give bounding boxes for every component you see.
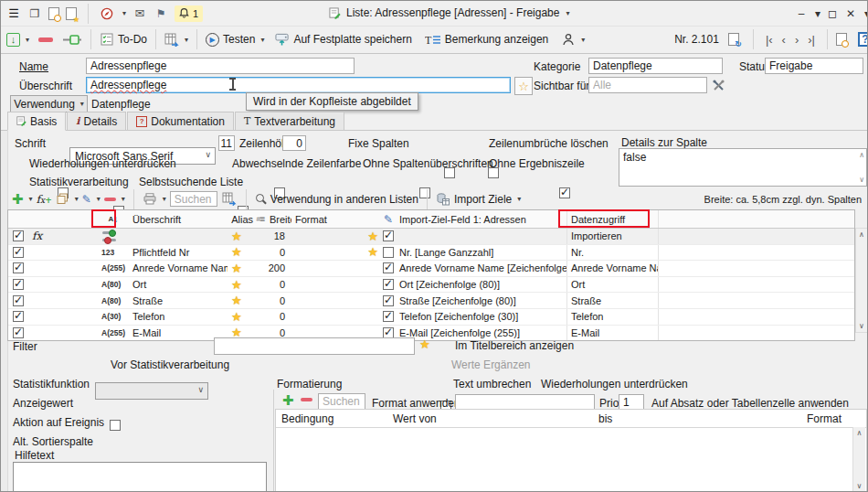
tab-dokumentation[interactable]: ? Dokumentation [127,112,234,130]
details-scroll-up-icon[interactable]: ∧ [859,151,864,159]
schrift-size-input[interactable]: 11 [218,135,235,151]
name-input[interactable] [86,58,355,74]
tab-basis[interactable]: Basis [7,112,66,131]
hamburger-menu-icon[interactable]: ☰ [6,6,21,21]
table-view-button[interactable]: ▾ [164,32,188,47]
sort-order-icon[interactable]: A↓ [109,214,119,224]
nav-next-button[interactable]: › [795,33,799,47]
add-column-dropdown-icon[interactable]: ▾ [29,195,33,203]
zeilenhoehe-input[interactable]: 0 [282,135,306,151]
recent-documents-icon[interactable] [48,7,59,20]
alias-star-icon[interactable] [231,262,242,274]
alias-star-icon[interactable] [231,246,242,258]
copy-dropdown-icon[interactable]: ▾ [75,195,79,203]
tools-icon[interactable] [711,78,725,92]
table-row[interactable]: A(255) E-Mail 0 E-Mail [Zeichenfolge (25… [8,326,854,341]
restore-button[interactable]: ◻ [823,7,842,20]
row-checkbox[interactable] [13,247,24,258]
delete-column-button[interactable] [104,198,116,201]
row-checkbox[interactable] [13,262,24,273]
col-header-breite[interactable]: Breite [266,210,291,228]
tab-details[interactable]: i Details [67,112,126,130]
import-ziele-button[interactable]: Import Ziele [454,193,512,206]
edit-dropdown-icon[interactable]: ▾ [97,195,101,203]
notification-bell[interactable]: 1 [175,5,203,22]
condition-search-input[interactable] [318,393,365,410]
favorites-icon[interactable] [66,7,77,20]
col-header-format[interactable]: Format [291,210,365,228]
nav-first-button[interactable]: |‹ [766,33,773,47]
col-header-datenzugriff[interactable]: Datenzugriff [567,210,659,228]
format-star-icon[interactable] [367,246,378,258]
table-row[interactable]: A(30) Telefon 0 Telefon [Zeichenfolge (3… [8,309,854,326]
status-input[interactable] [765,58,863,74]
remove-button[interactable] [38,37,53,42]
delete-dropdown-icon[interactable]: ▾ [122,195,125,203]
connector-button[interactable] [62,32,82,47]
table-row[interactable]: A(80) Straße 0 Straße [Zeichenfolge (80)… [8,293,854,309]
mail-icon[interactable]: ✉ [132,6,147,21]
remove-condition-button[interactable] [301,398,312,401]
ueberschrift-input[interactable]: Adressenpflege [86,77,511,93]
minimize-button[interactable]: – [792,7,810,20]
add-column-button[interactable]: ✚ [12,191,24,208]
grid-search-input[interactable] [170,191,217,207]
scroll-up-icon[interactable]: ∧ [859,230,864,239]
help-button[interactable]: ? [858,32,868,47]
flag-icon[interactable]: ⚑ [153,6,168,21]
col-header-ueberschrift[interactable]: Überschrift [129,210,228,228]
copy-icon[interactable] [56,192,69,207]
compass-dropdown-icon[interactable]: ▾ [122,9,126,17]
filter-dropdown[interactable] [95,382,208,400]
table-row-fx[interactable]: fx 18 Importieren [8,229,854,245]
alias-star-icon[interactable] [231,279,242,291]
filter-input[interactable] [214,337,415,355]
add-condition-button[interactable]: ✚ [282,392,294,409]
testen-button[interactable]: ▶ Testen ▾ [206,33,264,47]
import-checkbox[interactable] [383,247,394,258]
todo-button[interactable]: To-Do [100,32,147,47]
scroll-down-icon[interactable]: ∨ [859,322,864,330]
col-header-import-feld[interactable]: Import-Ziel-Feld 1: Adressen [396,210,567,228]
ueberschrift-star-button[interactable] [514,77,533,95]
row-checkbox[interactable] [13,230,24,241]
nav-prev-button[interactable]: ‹ [782,33,786,47]
row-checkbox[interactable] [13,279,24,290]
cond-scroll-up-icon[interactable]: ∧ [857,429,863,437]
details-scroll-down-icon[interactable]: ∨ [859,176,864,184]
bemerkung-button[interactable]: T Bemerkung anzeigen [425,32,548,47]
col-header-alias[interactable]: Alias [228,210,255,228]
import-checkbox[interactable] [383,279,394,290]
import-checkbox[interactable] [383,295,394,306]
table-scrollbar[interactable]: ∧ ∨ [855,228,868,333]
close-button[interactable]: ✕ [842,7,860,20]
tab-textverarbeitung[interactable]: T Textverarbeitung [235,112,344,130]
compass-icon[interactable] [100,6,114,21]
condition-scrollbar[interactable]: ∧ ∨ [852,427,865,492]
format-star-icon[interactable] [367,230,378,242]
vor-statistik-checkbox[interactable] [110,420,121,431]
row-checkbox[interactable] [13,311,24,322]
alias-star-icon[interactable] [231,294,242,306]
save-to-disk-button[interactable]: Auf Festplatte speichern [275,32,411,47]
row-checkbox[interactable] [13,295,24,306]
title-dropdown-icon[interactable]: ▾ [566,9,569,17]
printer-dropdown-icon[interactable]: ▾ [163,195,166,203]
table-row[interactable]: 123 Pflichtfeld Nr 0 Nr. [Lange Ganzzahl… [8,245,854,262]
details-spalte-textarea[interactable]: false ∧ ∨ [619,148,867,187]
table-row[interactable]: A(255) Anrede Vorname Name 200 Anrede Vo… [8,261,854,277]
verwendung-listen-button[interactable]: Verwendung in anderen Listen [270,193,418,206]
alias-star-icon[interactable] [231,230,242,242]
row-checkbox[interactable] [13,327,24,338]
table-export-icon[interactable] [221,192,238,207]
verwendung-button[interactable]: Verwendung ▾ [10,95,88,112]
close-dropdown-icon[interactable]: ▾ [862,7,868,20]
import-checkbox[interactable] [383,262,394,273]
import-checkbox[interactable] [383,311,394,322]
history-icon[interactable] [836,33,847,46]
add-function-button[interactable]: fx+ [37,193,52,206]
hilfetext-textarea[interactable] [13,462,267,492]
import-ziele-dropdown-icon[interactable]: ▾ [517,195,521,203]
import-checkbox[interactable] [383,230,394,241]
user-button[interactable]: ▾ [561,32,585,47]
